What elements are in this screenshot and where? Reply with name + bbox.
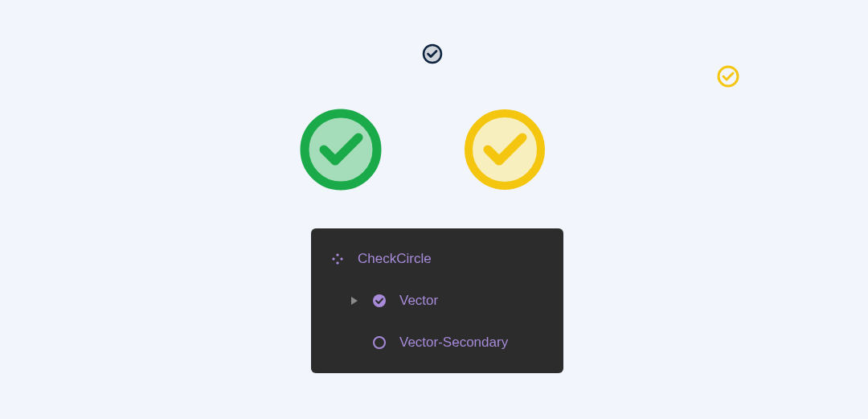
check-circle-dark-small xyxy=(421,43,444,65)
layer-label: Vector-Secondary xyxy=(399,335,508,351)
check-circle-yellow-small xyxy=(716,64,740,88)
check-circle-icon xyxy=(461,106,548,193)
check-circle-yellow-large xyxy=(461,106,548,193)
svg-point-4 xyxy=(373,294,386,307)
layer-label: CheckCircle xyxy=(358,251,432,267)
check-circle-green-large xyxy=(297,106,384,193)
layer-label: Vector xyxy=(399,293,438,309)
layer-row-vector[interactable]: Vector xyxy=(311,280,563,322)
check-circle-icon xyxy=(421,43,444,65)
component-icon xyxy=(330,252,345,266)
svg-point-5 xyxy=(374,337,385,348)
layer-row-component[interactable]: CheckCircle xyxy=(311,238,563,280)
vector-filled-icon xyxy=(372,294,387,308)
check-circle-icon xyxy=(716,64,740,88)
layer-row-vector-secondary[interactable]: Vector-Secondary xyxy=(311,322,563,364)
disclosure-triangle-icon[interactable] xyxy=(350,296,359,306)
vector-outline-icon xyxy=(372,335,387,350)
check-circle-icon xyxy=(297,106,384,193)
layers-panel: CheckCircle Vector Vector-Secondary xyxy=(311,228,563,373)
